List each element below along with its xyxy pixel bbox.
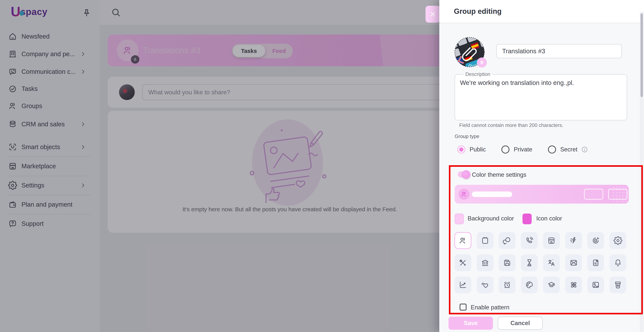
icon-tile-translate[interactable] xyxy=(543,254,560,271)
trash-icon xyxy=(479,60,484,65)
delete-avatar-button[interactable] xyxy=(477,58,487,68)
icon-tile-calendar[interactable] xyxy=(477,232,494,249)
icon-tile-alarm[interactable] xyxy=(499,276,516,293)
app-root: U spacy Newsfeed Company and pe... Commu… xyxy=(0,0,644,332)
group-type-label: Group type xyxy=(455,134,479,139)
preview-button-placeholder xyxy=(584,189,603,200)
modal-overlay[interactable] xyxy=(0,0,439,332)
background-color-swatch[interactable] xyxy=(455,214,464,224)
radio-secret[interactable] xyxy=(548,146,556,154)
group-type-options: Public Private Secret xyxy=(457,144,588,155)
color-theme-label: Color theme settings xyxy=(472,171,526,178)
close-panel-button[interactable] xyxy=(426,6,440,22)
icon-color-swatch[interactable] xyxy=(522,214,532,224)
icon-tile-people[interactable] xyxy=(454,232,471,249)
icon-tile-science[interactable] xyxy=(565,276,582,293)
icon-tile-settings[interactable] xyxy=(610,232,626,249)
panel-title: Group editing xyxy=(454,7,502,16)
panel-header: Group editing xyxy=(439,0,644,22)
preview-avatar xyxy=(458,188,470,200)
icon-tile-hourglass[interactable] xyxy=(521,254,538,271)
icon-tile-bank[interactable] xyxy=(477,254,494,271)
radio-label: Private xyxy=(514,146,532,153)
icon-tile-phone[interactable] xyxy=(521,232,538,249)
color-theme-toggle[interactable] xyxy=(458,171,469,178)
radio-label: Public xyxy=(470,146,486,153)
icon-tile-flash[interactable] xyxy=(565,232,582,249)
icon-tile-chart[interactable] xyxy=(454,276,471,293)
preview-button-placeholder xyxy=(608,189,627,200)
save-button[interactable]: Save xyxy=(448,317,493,330)
description-field[interactable]: Description We're working on translation… xyxy=(455,71,627,120)
icon-tile-palette[interactable] xyxy=(521,276,538,293)
enable-pattern-checkb[interactable] xyxy=(460,304,466,310)
radio-private[interactable] xyxy=(502,146,510,154)
cancel-button[interactable]: Cancel xyxy=(498,317,542,330)
toggle-knob xyxy=(462,170,470,179)
theme-preview-banner xyxy=(455,185,629,204)
icon-tile-chat[interactable] xyxy=(499,232,516,249)
icon-tile-mail[interactable] xyxy=(565,254,582,271)
radio-public[interactable] xyxy=(457,146,465,154)
close-icon xyxy=(429,11,436,18)
description-label: Description xyxy=(464,71,492,77)
info-icon[interactable] xyxy=(581,146,588,153)
preview-title-placeholder xyxy=(472,192,512,197)
group-name-input[interactable] xyxy=(496,44,622,58)
panel-scrollbar-thumb[interactable] xyxy=(640,14,643,97)
description-value: We're working on translation into eng.,p… xyxy=(460,79,622,86)
background-color-label: Background color xyxy=(468,215,514,222)
icon-color-label: Icon color xyxy=(536,215,562,222)
description-helper: Field cannot contain more than 200 chara… xyxy=(459,122,563,128)
icon-tile-save[interactable] xyxy=(499,254,516,271)
icon-tile-image[interactable] xyxy=(587,276,604,293)
icon-tile-hearts[interactable] xyxy=(477,276,494,293)
icon-tile-store[interactable] xyxy=(543,232,560,249)
icon-tile-education[interactable] xyxy=(543,276,560,293)
icon-tile-bell[interactable] xyxy=(610,254,626,271)
group-editing-panel: Group editing xyxy=(439,0,644,332)
enable-pattern-label: Enable pattern xyxy=(471,304,510,311)
icon-tile-tools[interactable] xyxy=(454,254,471,271)
radio-label: Secret xyxy=(560,146,578,153)
icon-tile-goal[interactable] xyxy=(587,232,604,249)
icon-tile-archive[interactable] xyxy=(610,276,626,293)
icon-tile-id-card[interactable] xyxy=(587,254,604,271)
